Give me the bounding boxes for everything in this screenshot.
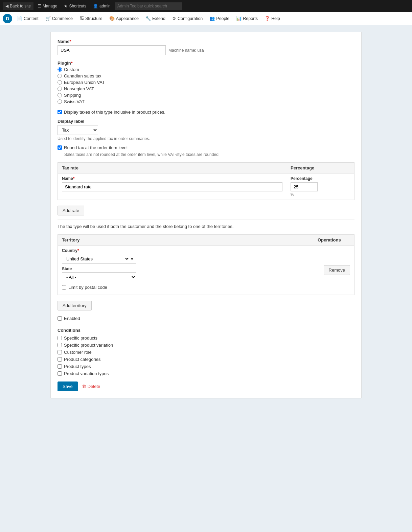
plugin-norwegian[interactable]: Norwegian VAT (58, 86, 354, 91)
round-tax-help: Sales taxes are not rounded at the order… (64, 152, 354, 157)
plugin-swiss[interactable]: Swiss VAT (58, 99, 354, 104)
plugin-custom-radio[interactable] (58, 67, 62, 72)
nav-item-reports[interactable]: 📊 Reports (233, 13, 261, 24)
trash-icon: 🗑 (82, 384, 86, 389)
plugin-eu-vat-radio[interactable] (58, 80, 62, 85)
plugin-canadian[interactable]: Canadian sales tax (58, 73, 354, 78)
display-label-group: Display label Tax VAT Used to identify t… (58, 119, 354, 141)
territory-ops-cell: Remove (314, 246, 354, 295)
tax-rate-header: Tax rate Percentage (58, 163, 354, 174)
operations-col-header: Operations (314, 235, 354, 245)
name-field-group: Name* Machine name: usa (58, 39, 354, 55)
commerce-icon: 🛒 (45, 16, 51, 21)
required-star: * (69, 39, 71, 44)
plugin-eu-vat[interactable]: European Union VAT (58, 80, 354, 85)
product-variation-types-checkbox[interactable] (58, 371, 62, 376)
add-rate-btn-area: Add rate (58, 206, 354, 215)
plugin-shipping[interactable]: Shipping (58, 93, 354, 98)
plugin-label: Plugin* (58, 61, 354, 66)
territory-fields-cell: Country* United States Canada United Kin… (58, 246, 314, 295)
nav-item-configuration[interactable]: ⚙ Configuration (169, 13, 206, 24)
add-rate-button[interactable]: Add rate (58, 206, 84, 215)
display-label-select[interactable]: Tax VAT (58, 125, 98, 135)
nav-item-help[interactable]: ❓ Help (261, 13, 283, 24)
nav-item-people[interactable]: 👥 People (206, 13, 233, 24)
form-actions: Save 🗑 Delete (58, 381, 354, 391)
plugin-norwegian-radio[interactable] (58, 87, 62, 91)
condition-product-variation-types[interactable]: Product variation types (58, 371, 354, 376)
site-logo[interactable]: D (3, 14, 12, 23)
plugin-field-group: Plugin* Custom Canadian sales tax Europe… (58, 61, 354, 104)
condition-specific-products[interactable]: Specific products (58, 336, 354, 341)
limit-postal-checkbox[interactable] (62, 285, 66, 290)
extend-icon: 🔧 (145, 16, 151, 21)
state-field: State - All - California New York Texas (62, 267, 310, 282)
user-icon: 👤 (93, 4, 98, 8)
back-to-site-button[interactable]: ◀ Back to site (3, 2, 33, 10)
territory-header: Territory Operations (58, 235, 354, 246)
country-select[interactable]: United States Canada United Kingdom (65, 256, 130, 262)
product-categories-checkbox[interactable] (58, 357, 62, 362)
plugin-swiss-radio[interactable] (58, 99, 62, 104)
country-select-wrap[interactable]: United States Canada United Kingdom ▾ (62, 254, 136, 264)
enabled-checkbox[interactable] (58, 316, 62, 321)
name-label: Name* (58, 39, 354, 44)
manage-icon: ☰ (38, 4, 41, 8)
tax-rate-name-input[interactable] (62, 182, 282, 191)
configuration-icon: ⚙ (172, 16, 176, 21)
plugin-radio-group: Custom Canadian sales tax European Union… (58, 67, 354, 104)
nav-item-appearance[interactable]: 🎨 Appearance (106, 13, 142, 24)
nav-item-commerce[interactable]: 🛒 Commerce (42, 13, 76, 24)
name-section: Name* Machine name: usa Plugin* Custom C… (50, 32, 362, 398)
conditions-title: Conditions (58, 328, 354, 333)
specific-products-checkbox[interactable] (58, 336, 62, 340)
territory-table: Territory Operations Country* United Sta… (58, 234, 354, 295)
appearance-icon: 🎨 (109, 16, 115, 21)
product-types-checkbox[interactable] (58, 364, 62, 369)
delete-button[interactable]: 🗑 Delete (82, 384, 100, 389)
territory-fields: Country* United States Canada United Kin… (62, 248, 310, 292)
shortcuts-button[interactable]: ★ Shortcuts (61, 2, 89, 10)
conditions-section: Conditions Specific products Specific pr… (58, 328, 354, 376)
limit-postal-checkbox-item[interactable]: Limit by postal code (62, 285, 310, 290)
remove-territory-button[interactable]: Remove (324, 265, 350, 275)
display-taxes-checkbox-item[interactable]: Display taxes of this type inclusive in … (58, 110, 354, 115)
condition-product-types[interactable]: Product types (58, 364, 354, 369)
display-taxes-checkbox[interactable] (58, 110, 62, 114)
manage-button[interactable]: ☰ Manage (35, 2, 60, 10)
plugin-custom[interactable]: Custom (58, 67, 354, 72)
enabled-checkbox-item[interactable]: Enabled (58, 316, 354, 321)
percentage-input[interactable] (291, 182, 318, 191)
condition-customer-role[interactable]: Customer role (58, 350, 354, 355)
state-select[interactable]: - All - California New York Texas (62, 272, 136, 282)
plugin-required-star: * (71, 61, 73, 66)
save-button[interactable]: Save (58, 381, 78, 391)
country-dropdown-icon: ▾ (131, 256, 133, 261)
percentage-label: Percentage (291, 176, 350, 181)
nav-item-structure[interactable]: 🏗 Structure (76, 13, 106, 24)
display-label-help: Used to identify the applied tax in orde… (58, 136, 354, 141)
customer-role-checkbox[interactable] (58, 350, 62, 354)
name-input[interactable] (58, 45, 166, 55)
plugin-shipping-radio[interactable] (58, 93, 62, 97)
section-divider (58, 219, 354, 220)
territory-col-header: Territory (58, 235, 314, 245)
percentage-symbol: % (291, 192, 350, 197)
admin-search-input[interactable] (115, 2, 182, 10)
percentage-col-header: Percentage (287, 163, 354, 173)
display-label-label: Display label (58, 119, 354, 124)
plugin-canadian-radio[interactable] (58, 74, 62, 78)
nav-item-extend[interactable]: 🔧 Extend (142, 13, 169, 24)
round-tax-checkbox[interactable] (58, 145, 62, 150)
admin-user-button[interactable]: 👤 admin (90, 2, 113, 10)
condition-product-categories[interactable]: Product categories (58, 357, 354, 362)
condition-specific-variation[interactable]: Specific product variation (58, 343, 354, 348)
tax-rate-table: Tax rate Percentage Name* Percentage % (58, 162, 354, 200)
add-territory-button[interactable]: Add territory (58, 301, 92, 310)
round-tax-checkbox-item[interactable]: Round tax at the order item level (58, 145, 354, 150)
tax-rate-name-cell: Name* (58, 174, 287, 200)
tax-rate-name-label: Name* (62, 176, 282, 181)
nav-item-content[interactable]: 📄 Content (14, 13, 42, 24)
star-icon: ★ (64, 4, 68, 8)
specific-variation-checkbox[interactable] (58, 343, 62, 347)
